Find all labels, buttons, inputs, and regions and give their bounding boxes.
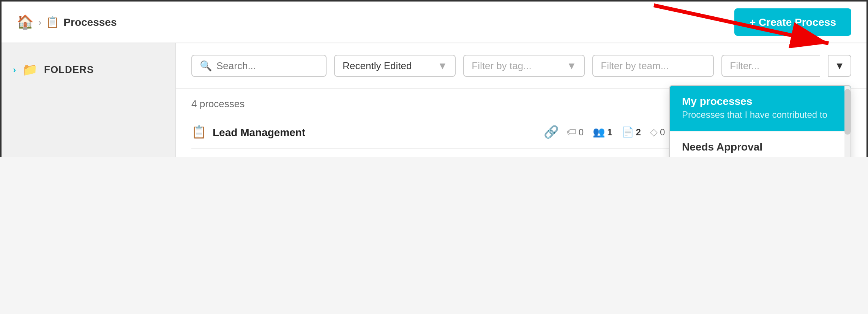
tag-placeholder: Filter by tag... <box>472 60 532 71</box>
chevron-down-icon: ▼ <box>438 60 448 71</box>
sidebar-item-folders[interactable]: › 📁 FOLDERS <box>2 55 175 84</box>
status-filter-input[interactable]: Filter... <box>721 55 820 77</box>
status-filter-chevron[interactable]: ▼ <box>828 55 851 77</box>
status-chevron-icon: ▼ <box>835 60 844 71</box>
breadcrumb: 🏠 › 📋 Processes <box>17 14 117 30</box>
docs-icon: 📄 <box>622 126 634 138</box>
dropdown-item-title: Needs Approval <box>682 141 838 153</box>
team-filter-dropdown[interactable]: Filter by team... <box>592 55 714 77</box>
create-process-button[interactable]: + Create Process <box>734 8 851 36</box>
top-bar: 🏠 › 📋 Processes + Create Process <box>2 2 866 43</box>
search-icon: 🔍 <box>200 60 212 71</box>
dropdown-item-my-processes[interactable]: My processes Processes that I have contr… <box>670 86 851 132</box>
tag-chevron-icon: ▼ <box>567 60 577 71</box>
team-placeholder: Filter by team... <box>601 60 669 71</box>
content-area: 🔍 Recently Edited ▼ Filter by tag... ▼ F… <box>176 43 866 157</box>
search-box[interactable]: 🔍 <box>191 55 327 77</box>
chevron-icon: › <box>13 64 16 75</box>
sort-label: Recently Edited <box>342 60 412 71</box>
dropdown-item-needs-approval[interactable]: Needs Approval Processes you manage with… <box>670 132 851 157</box>
sidebar: › 📁 FOLDERS <box>2 43 176 157</box>
sort-dropdown[interactable]: Recently Edited ▼ <box>334 55 456 77</box>
filter-dropdown-menu: My processes Processes that I have contr… <box>669 85 851 157</box>
page-title: Processes <box>63 16 117 28</box>
dropdown-item-desc: Processes that I have contributed to <box>682 109 838 122</box>
process-doc-icon: 📋 <box>191 125 207 139</box>
members-icon: 👥 <box>593 126 605 138</box>
home-icon[interactable]: 🏠 <box>17 14 33 30</box>
process-name-lead[interactable]: 📋 Lead Management <box>191 125 536 139</box>
meta-members: 👥 1 <box>593 126 612 138</box>
filter-bar: 🔍 Recently Edited ▼ Filter by tag... ▼ F… <box>176 43 866 89</box>
folder-icon: 📁 <box>22 62 38 77</box>
breadcrumb-sep: › <box>38 16 41 28</box>
scrollbar[interactable] <box>844 86 851 157</box>
sidebar-folders-label: FOLDERS <box>44 64 94 75</box>
tag-icon: 🏷 <box>567 126 576 138</box>
dropdown-item-desc: Processes you manage with pending approv… <box>682 154 838 157</box>
meta-diamonds: ◇ 0 <box>650 126 665 138</box>
search-input[interactable] <box>216 60 318 71</box>
meta-docs: 📄 2 <box>622 126 641 138</box>
scrollbar-thumb <box>844 89 851 135</box>
meta-tags: 🏷 0 <box>567 126 584 138</box>
diamond-icon: ◇ <box>650 126 658 138</box>
main-layout: › 📁 FOLDERS 🔍 Recently Edited ▼ Filter b… <box>2 43 866 157</box>
tag-filter-dropdown[interactable]: Filter by tag... ▼ <box>463 55 585 77</box>
processes-icon: 📋 <box>46 16 59 28</box>
link-icon[interactable]: 🔗 <box>544 125 559 139</box>
filter-placeholder: Filter... <box>730 60 759 71</box>
dropdown-item-title: My processes <box>682 95 838 107</box>
